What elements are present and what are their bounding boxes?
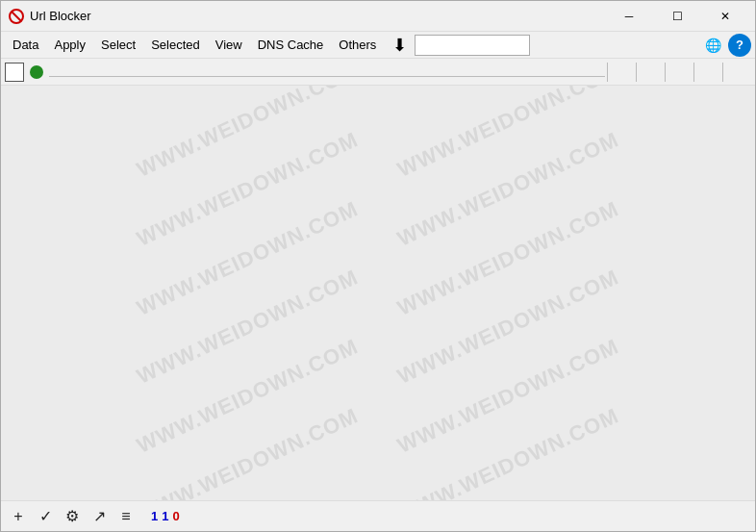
help-button[interactable]: ?: [728, 34, 751, 57]
menu-view[interactable]: View: [208, 35, 250, 55]
check-button[interactable]: ✓: [36, 507, 55, 526]
language-button[interactable]: 🌐: [701, 34, 724, 57]
menu-select[interactable]: Select: [93, 35, 143, 55]
add-button[interactable]: +: [9, 507, 28, 526]
export-button[interactable]: ↗: [89, 507, 109, 526]
window-title: Url Blocker: [30, 9, 607, 23]
close-button[interactable]: ✕: [703, 3, 747, 30]
count-2: 1: [162, 509, 168, 523]
status-indicator: [30, 65, 43, 79]
count-3: 0: [172, 509, 179, 523]
menu-data[interactable]: Data: [5, 35, 46, 55]
status-numbers: 1 1 0: [151, 509, 180, 523]
download-button[interactable]: ⬇: [388, 34, 411, 57]
menu-bar: Data Apply Select Selected View DNS Cach…: [1, 32, 755, 59]
count-1: 1: [151, 509, 158, 523]
main-content: WWW.WEIDOWN.COM WWW.WEIDOWN.COM WWW.WEID…: [1, 86, 755, 500]
menu-dns-cache[interactable]: DNS Cache: [250, 35, 332, 55]
window-controls: ─ ☐ ✕: [607, 3, 747, 30]
app-window: Url Blocker ─ ☐ ✕ Data Apply Select Sele…: [0, 0, 756, 532]
menu-others[interactable]: Others: [331, 35, 384, 55]
toolbar-row: [1, 59, 755, 86]
watermark: WWW.WEIDOWN.COM WWW.WEIDOWN.COM WWW.WEID…: [1, 86, 755, 500]
menu-selected[interactable]: Selected: [143, 35, 208, 55]
search-input[interactable]: [415, 35, 530, 56]
list-button[interactable]: ≡: [116, 507, 136, 526]
minimize-button[interactable]: ─: [607, 3, 651, 30]
status-bar: + ✓ ⚙ ↗ ≡ 1 1 0: [1, 500, 755, 531]
menu-apply[interactable]: Apply: [46, 35, 93, 55]
maximize-button[interactable]: ☐: [655, 3, 699, 30]
svg-line-1: [12, 12, 21, 21]
settings-button[interactable]: ⚙: [63, 507, 82, 526]
title-bar: Url Blocker ─ ☐ ✕: [1, 1, 755, 32]
app-icon: [9, 9, 24, 24]
select-all-checkbox[interactable]: [5, 63, 24, 82]
